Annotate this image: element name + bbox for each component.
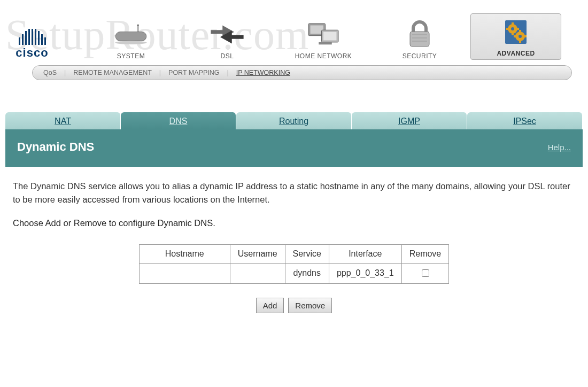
instruction-text: Choose Add or Remove to configure Dynami… [13, 218, 575, 228]
category-security[interactable]: SECURITY [374, 20, 465, 60]
panel: The Dynamic DNS service allows you to al… [5, 167, 583, 329]
gears-icon [497, 17, 535, 47]
col-service: Service [285, 244, 329, 263]
tab-row: NAT DNS Routing IGMP IPSec [5, 112, 583, 129]
sub-nav: QoS | REMOTE MANAGEMENT | PORT MAPPING |… [32, 65, 572, 80]
subnav-qos[interactable]: QoS [43, 69, 57, 76]
subnav-remote-management[interactable]: REMOTE MANAGEMENT [73, 69, 152, 76]
computers-icon [305, 20, 342, 49]
table-row: dyndns ppp_0_0_33_1 [139, 263, 449, 283]
tab-label: Routing [279, 117, 308, 126]
svg-rect-27 [524, 35, 527, 37]
svg-rect-24 [519, 30, 521, 32]
page-title: Dynamic DNS [17, 140, 94, 154]
cell-service: dyndns [285, 263, 329, 283]
svg-rect-9 [323, 32, 337, 41]
svg-rect-10 [319, 42, 332, 44]
svg-point-19 [519, 35, 522, 38]
category-label: SECURITY [403, 52, 437, 60]
subnav-ip-networking[interactable]: IP NETWORKING [236, 69, 290, 76]
category-home-network[interactable]: HOME NETWORK [278, 20, 369, 60]
cell-username [230, 263, 285, 283]
svg-rect-20 [512, 22, 514, 25]
svg-rect-2 [115, 32, 146, 41]
table-header-row: Hostname Username Service Interface Remo… [139, 244, 449, 263]
button-row: Add Remove [13, 298, 575, 313]
svg-rect-11 [410, 32, 429, 47]
col-interface: Interface [329, 244, 401, 263]
router-icon [112, 20, 150, 49]
cell-hostname [139, 263, 230, 283]
svg-point-1 [137, 24, 139, 26]
category-label: HOME NETWORK [295, 52, 352, 60]
category-label: DSL [221, 52, 234, 60]
description-text: The Dynamic DNS service allows you to al… [13, 180, 575, 206]
tab-label: IPSec [513, 117, 536, 126]
padlock-icon [401, 20, 438, 49]
subnav-port-mapping[interactable]: PORT MAPPING [168, 69, 219, 76]
tab-ipsec[interactable]: IPSec [467, 112, 583, 129]
cisco-logo-bars [19, 29, 46, 45]
cell-remove [401, 263, 449, 283]
tab-dns[interactable]: DNS [121, 112, 236, 129]
category-system[interactable]: SYSTEM [86, 20, 176, 60]
remove-button[interactable]: Remove [288, 298, 332, 313]
svg-rect-21 [512, 33, 514, 35]
svg-point-3 [115, 41, 146, 44]
svg-rect-23 [517, 28, 519, 30]
cisco-logo-text: cisco [16, 46, 48, 60]
add-button[interactable]: Add [256, 298, 284, 313]
section-header: Dynamic DNS Help... [5, 129, 583, 167]
svg-rect-22 [506, 28, 508, 30]
cisco-logo: cisco [11, 29, 53, 60]
tab-igmp[interactable]: IGMP [352, 112, 467, 129]
svg-rect-25 [519, 41, 521, 43]
category-nav: SYSTEM DSL HOME NETWORK [86, 13, 577, 60]
arrows-icon [208, 20, 246, 49]
category-dsl[interactable]: DSL [182, 20, 273, 60]
cell-interface: ppp_0_0_33_1 [329, 263, 401, 283]
svg-rect-26 [514, 35, 516, 37]
header: cisco SYSTEM DSL [0, 0, 588, 60]
svg-point-17 [511, 27, 514, 30]
ddns-table: Hostname Username Service Interface Remo… [139, 244, 450, 284]
content: NAT DNS Routing IGMP IPSec Dynamic DNS H… [0, 112, 588, 351]
category-label: ADVANCED [497, 50, 535, 57]
col-remove: Remove [401, 244, 449, 263]
help-link[interactable]: Help... [548, 143, 571, 152]
tab-routing[interactable]: Routing [236, 112, 352, 129]
remove-checkbox[interactable] [422, 269, 429, 277]
category-advanced[interactable]: ADVANCED [470, 13, 561, 60]
category-label: SYSTEM [117, 52, 145, 60]
tab-label: DNS [169, 117, 188, 126]
tab-label: IGMP [398, 117, 420, 126]
tab-label: NAT [55, 117, 71, 126]
col-username: Username [230, 244, 285, 263]
tab-nat[interactable]: NAT [5, 112, 121, 129]
col-hostname: Hostname [139, 244, 230, 263]
